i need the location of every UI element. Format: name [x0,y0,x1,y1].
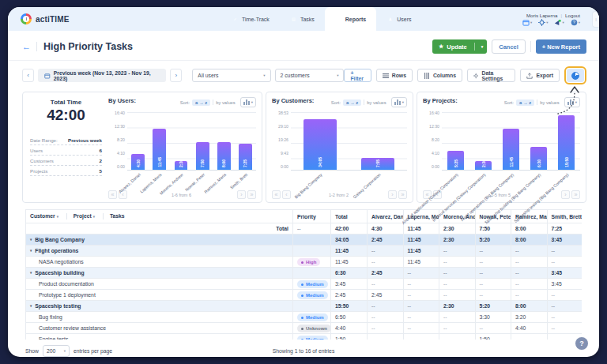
date-range-picker[interactable]: Previous week (Nov 13, 2023 - Nov 19, 20… [38,69,166,82]
sort-az-toggle[interactable]: a → z [192,99,210,106]
prev-page-button[interactable]: ‹ [282,190,291,199]
nav-right: Moris Laperna | Logout ▾ ▾ ▾ ?▾ [522,13,591,26]
sort-az-toggle[interactable]: a → z [343,99,361,106]
next-page-button[interactable]: › [237,190,246,199]
priority-badge: Medium [297,313,328,321]
logout-link[interactable]: Logout [565,13,580,18]
by-users-chart: By Users: Sort: a → z by values ▾ 16:401… [108,97,256,199]
y-tick: 4:10 [117,150,125,155]
total-row: Total--42:004:3011:452:307:508:007:25 [26,223,582,235]
y-tick: 0:00 [281,163,288,168]
time-cell: 3:45 [331,279,368,290]
column-customer[interactable]: Customer [30,213,55,219]
first-page-button[interactable]: « [272,190,281,199]
y-tick: 16:40 [429,111,439,115]
chart-type-select[interactable]: ▾ [391,97,407,107]
task-name: Bug fixing [39,314,62,320]
name-cell: Bug fixing [26,312,293,323]
y-axis: 16:4012:308:204:100:00 [423,111,442,169]
y-tick: 19:26 [278,137,288,141]
announcements-menu[interactable]: ▾ [554,19,564,26]
tab-time-track[interactable]: ✓Time-Track [221,7,280,31]
bar: 2:30 [475,161,492,170]
bar: 5:25 [447,151,465,170]
side-panel-handle[interactable]: ⁞ [592,11,599,28]
tab-tasks[interactable]: ▤Tasks [280,7,325,31]
new-report-button[interactable]: + New Report [536,39,586,54]
next-page-button[interactable]: › [561,190,570,199]
task-row: Engine testsMedium1:50------1:50---- [26,334,582,340]
bar: 7:50 [196,142,209,169]
back-arrow-icon[interactable]: ← [22,42,31,51]
customers-filter-select[interactable]: 2 customers▾ [275,69,345,82]
priority-cell: -- [293,223,331,235]
name-cell: Customer review assistance [26,323,293,334]
time-cell: -- [439,257,476,268]
calendar-menu[interactable]: ▾ [522,19,532,26]
time-cell: -- [439,323,476,334]
sort-az-toggle[interactable]: a → z [516,99,534,106]
tab-users[interactable]: ♟Users [376,7,421,31]
chart-type-select[interactable]: ▾ [564,97,580,107]
y-tick: 0:00 [432,163,439,168]
help-button[interactable]: ? [575,337,588,350]
bar-value: 2:30 [179,161,183,167]
collapse-chevron-icon[interactable]: ▾ [30,304,32,308]
collapse-chevron-icon[interactable]: ▾ [30,271,32,275]
bar-value: 7:50 [200,159,205,167]
export-button[interactable]: Export [520,69,560,82]
priority-badge: High [297,258,320,266]
collapse-chevron-icon[interactable]: ▾ [30,249,32,253]
columns-button[interactable]: Columns [417,69,462,82]
update-button[interactable]: ★Update▾ [432,39,487,54]
settings-menu[interactable]: ▾ [538,19,548,26]
last-page-button[interactable]: » [398,190,407,199]
users-filter-select[interactable]: All users▾ [192,69,270,82]
column-project[interactable]: Project [74,213,92,219]
name-cell[interactable]: ▾Spaceship building [26,268,293,279]
column-user: Smith, Brett [547,210,582,223]
time-cell: -- [511,290,548,301]
time-cell: 2:45 [331,290,368,301]
collapse-chevron-icon[interactable]: ▾ [30,238,32,242]
time-cell: -- [511,334,548,340]
bar-value: 6:30 [537,159,541,167]
y-tick: 8:20 [117,137,125,141]
data-settings-button[interactable]: Data Settings [467,69,515,82]
chart-type-select[interactable]: ▾ [240,97,256,107]
task-row: Product documentationMedium3:45---------… [26,279,582,290]
table-footer: Show 200▾ entries per page Showing 1 to … [25,345,582,357]
highlight-annotation [564,66,586,84]
project-group-row: ▾Flight operations11:45--11:45-------- [26,246,582,257]
bar: 4:30 [131,154,145,170]
priority-cell: High [293,257,331,268]
cancel-button[interactable]: Cancel [492,39,526,54]
nav-tabs: ✓Time-Track ▤Tasks ◔Reports ♟Users [221,7,422,31]
next-period-button[interactable]: › [170,69,182,82]
time-cell: -- [439,268,476,279]
name-cell[interactable]: ▾Flight operations [26,246,293,257]
calendar-icon [522,19,530,26]
help-menu[interactable]: ?▾ [571,19,580,26]
name-cell[interactable]: ▾Spaceship testing [26,301,293,312]
last-page-button[interactable]: » [571,190,580,199]
megaphone-icon [554,19,561,26]
last-page-button[interactable]: » [247,190,256,199]
time-cell: 3:20 [511,312,548,323]
priority-badge: Medium [297,280,328,288]
charts-toggle-button[interactable] [567,69,584,82]
bar: 7:25 [239,144,252,169]
bar-value: 15:50 [564,157,569,167]
task-row: Bug fixingMedium6:50------3:303:20-- [26,312,582,323]
filter-button[interactable]: + Filter [344,69,371,82]
tab-reports[interactable]: ◔Reports [325,7,376,31]
by-customers-panel: By Customers: Sort: a → z by values ▾ 38… [266,92,413,203]
first-page-button[interactable]: « [108,190,117,199]
prev-period-button[interactable]: ‹ [22,69,34,82]
plot-area: 34:057:55 [291,112,407,171]
rows-button[interactable]: Rows [376,69,413,82]
name-cell[interactable]: ▾Big Bang Company [26,235,293,246]
next-page-button[interactable]: › [388,190,397,199]
bar-value: 7:25 [243,159,247,167]
by-customers-chart: By Customers: Sort: a → z by values ▾ 38… [272,97,407,199]
